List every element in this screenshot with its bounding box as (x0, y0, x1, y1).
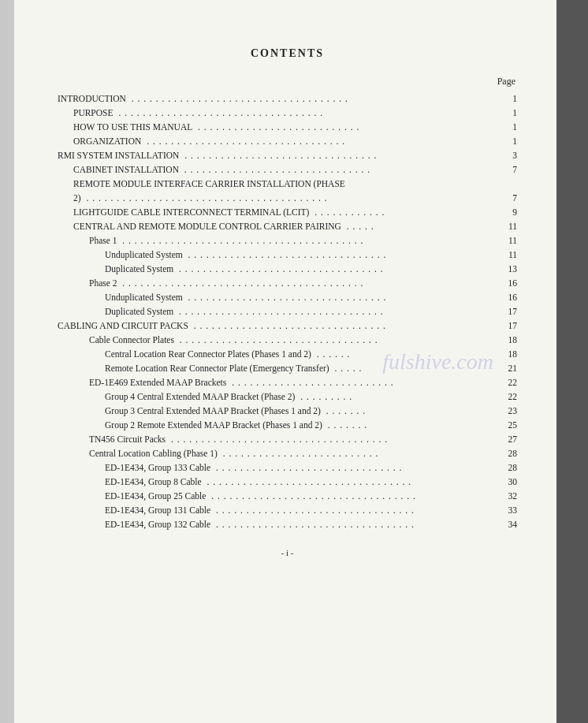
toc-entry-label: TN456 Circuit Packs (58, 434, 166, 444)
toc-entry-label: ORGANIZATION (58, 136, 141, 146)
toc-dots: . . . . . . . . . . . . . . . . . . . . … (202, 477, 501, 486)
toc-entry-label: ED-1E434, Group 131 Cable (58, 505, 210, 515)
toc-row: TN456 Circuit Packs . . . . . . . . . . … (58, 434, 517, 447)
toc-row: CABINET INSTALLATION . . . . . . . . . .… (58, 165, 517, 177)
toc-dots: . . . . . . . . . . . . . . . . . . . . … (81, 193, 501, 203)
toc-entry-label: HOW TO USE THIS MANUAL (58, 122, 192, 132)
toc-row: ED-1E434, Group 25 Cable . . . . . . . .… (58, 491, 517, 504)
toc-row: ED-1E434, Group 8 Cable . . . . . . . . … (58, 477, 517, 490)
toc-page-num: 7 (501, 193, 517, 203)
toc-row: ED-1E434, Group 133 Cable . . . . . . . … (58, 463, 517, 475)
toc-row: Group 2 Remote Extended MAAP Bracket (Ph… (58, 420, 517, 433)
toc-dots: . . . . . . . . . . . . . . . . . . . . … (192, 122, 501, 132)
toc-row: RMI SYSTEM INSTALLATION . . . . . . . . … (58, 151, 517, 163)
toc-page-num: 22 (501, 392, 517, 401)
toc-entry-label: Group 2 Remote Extended MAAP Bracket (Ph… (58, 420, 322, 430)
toc-dots: . . . . . (329, 363, 501, 373)
toc-entry-label: LIGHTGUIDE CABLE INTERCONNECT TERMINAL (… (58, 207, 309, 217)
toc-entry-label: Group 3 Central Extended MAAP Bracket (P… (58, 406, 321, 416)
toc-page-num: 34 (501, 520, 517, 529)
toc-dots: . . . . . . . . . . . . (309, 207, 501, 217)
toc-page-num: 23 (501, 406, 517, 416)
right-border (556, 0, 588, 723)
toc-row: REMOTE MODULE INTERFACE CARRIER INSTALLA… (58, 179, 517, 192)
toc-page-num: 13 (501, 264, 517, 274)
toc-entry-label: ED-1E434, Group 133 Cable (58, 463, 210, 472)
toc-dots: . . . . . . . . . . . . . . . . . . . . … (117, 278, 501, 288)
toc-dots: . . . . . . . . . . . . . . . . . . . . … (183, 250, 501, 259)
toc-row: Phase 2 . . . . . . . . . . . . . . . . … (58, 278, 517, 291)
toc-row: Unduplicated System . . . . . . . . . . … (58, 250, 517, 263)
toc-page-num: 17 (501, 307, 517, 316)
toc-entry-label: Central Location Rear Connector Plates (… (58, 349, 311, 359)
toc-page-num: 3 (501, 151, 517, 160)
toc-row: Central Location Cabling (Phase 1) . . .… (58, 449, 517, 461)
toc-page-num: 11 (501, 250, 517, 259)
toc-dots: . . . . . . . . . . . . . . . . . . . . … (206, 491, 501, 501)
page-number-footer: - i - (58, 548, 517, 557)
toc-entry-label: Unduplicated System (58, 250, 183, 259)
toc-page-num: 16 (501, 278, 517, 288)
toc-dots: . . . . . . . . . . . . . . . . . . . . … (173, 307, 501, 316)
toc-dots: . . . . . . . . . . . . . . . . . . . . … (226, 378, 501, 387)
toc-dots: . . . . . . . . . . . . . . . . . . . . … (174, 335, 501, 345)
toc-container: INTRODUCTION . . . . . . . . . . . . . .… (58, 94, 517, 532)
toc-entry-label: Phase 2 (58, 278, 117, 288)
toc-dots: . . . . . . . . . . . . . . . . . . . . … (141, 136, 501, 146)
toc-dots: . . . . . . . . . . . . . . . . . . . . … (179, 165, 501, 174)
toc-entry-label: 2) (58, 193, 81, 203)
toc-row: Duplicated System . . . . . . . . . . . … (58, 264, 517, 277)
toc-entry-label: ED-1E469 Extended MAAP Brackets (58, 378, 226, 387)
toc-row: Group 4 Central Extended MAAP Bracket (P… (58, 392, 517, 404)
toc-dots: . . . . . . . . . . . . . . . . . . . . … (179, 151, 501, 160)
toc-page-num: 28 (501, 449, 517, 458)
toc-entry-label: ED-1E434, Group 132 Cable (58, 520, 210, 529)
toc-page-num: 1 (501, 136, 517, 146)
toc-dots: . . . . . . . . . . . . . . . . . . . . … (210, 505, 501, 515)
toc-row: INTRODUCTION . . . . . . . . . . . . . .… (58, 94, 517, 106)
page-content: fulshive.com CONTENTS Page INTRODUCTION … (14, 0, 556, 723)
toc-page-num: 7 (501, 165, 517, 174)
page-label: Page (58, 76, 517, 88)
toc-dots: . . . . . . . . . . . . . . . . . . . . … (210, 520, 501, 529)
toc-dots: . . . . . . . . . . . . . . . . . . . . … (166, 434, 501, 444)
toc-page-num: 32 (501, 491, 517, 501)
toc-page-num: 17 (501, 321, 517, 330)
toc-dots: . . . . . . . . . . . . . . . . . . . . … (117, 236, 501, 245)
toc-entry-label: CABLING AND CIRCUIT PACKS (58, 321, 188, 330)
toc-row: Central Location Rear Connector Plates (… (58, 349, 517, 362)
toc-dots: . . . . . . . . . . . . . . . . . . . . … (126, 94, 501, 103)
toc-page-num: 1 (501, 108, 517, 117)
toc-row: ED-1E434, Group 131 Cable . . . . . . . … (58, 505, 517, 518)
toc-entry-label: Duplicated System (58, 307, 173, 316)
toc-row: ED-1E469 Extended MAAP Brackets . . . . … (58, 378, 517, 390)
toc-entry-label: CENTRAL AND REMOTE MODULE CONTROL CARRIE… (58, 222, 341, 231)
toc-entry-label: Unduplicated System (58, 293, 183, 302)
toc-entry-label: ED-1E434, Group 25 Cable (58, 491, 206, 501)
toc-row: HOW TO USE THIS MANUAL . . . . . . . . .… (58, 122, 517, 135)
toc-page-num: 16 (501, 293, 517, 302)
toc-row: ORGANIZATION . . . . . . . . . . . . . .… (58, 136, 517, 149)
page-container: fulshive.com CONTENTS Page INTRODUCTION … (0, 0, 588, 723)
toc-dots: . . . . . . (311, 349, 501, 359)
toc-dots: . . . . . . . . . . . . . . . . . . . . … (188, 321, 501, 330)
toc-dots: . . . . . . . . . . . . . . . . . . . . … (218, 449, 501, 458)
left-border (0, 0, 14, 723)
toc-dots: . . . . . . . . . . . . . . . . . . . . … (210, 463, 501, 472)
toc-entry-label: RMI SYSTEM INSTALLATION (58, 151, 179, 160)
toc-dots: . . . . . . . . . . . . . . . . . . . . … (173, 264, 501, 274)
toc-page-num: 25 (501, 420, 517, 430)
toc-dots: . . . . . . . . . . . . . . . . . . . . … (183, 293, 501, 302)
toc-page-num: 28 (501, 463, 517, 472)
toc-entry-label: Central Location Cabling (Phase 1) (58, 449, 218, 458)
toc-dots: . . . . . . . . . . . . . . . . . . . . … (114, 108, 502, 117)
toc-page-num: 11 (501, 222, 517, 231)
toc-dots: . . . . . . . (321, 406, 501, 416)
toc-row: Cable Connector Plates . . . . . . . . .… (58, 335, 517, 348)
toc-entry-label: Cable Connector Plates (58, 335, 174, 345)
toc-page-num: 30 (501, 477, 517, 486)
toc-page-num: 11 (501, 236, 517, 245)
toc-row: PURPOSE . . . . . . . . . . . . . . . . … (58, 108, 517, 121)
toc-dots (345, 179, 353, 188)
toc-entry-label: Phase 1 (58, 236, 117, 245)
